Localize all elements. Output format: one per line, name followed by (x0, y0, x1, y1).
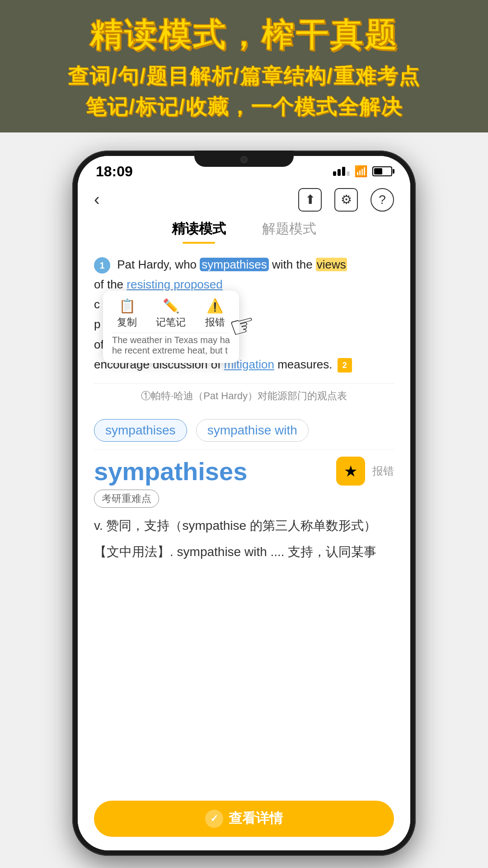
main-content: 1 Pat Hardy, who sympathises with the vi… (78, 244, 410, 793)
nav-icons: ⬆ ⚙ ? (298, 188, 394, 212)
status-icons: 📶 (333, 165, 392, 178)
top-banner: 精读模式，榨干真题 查词/句/题目解析/篇章结构/重难考点 笔记/标记/收藏，一… (0, 0, 488, 132)
settings-button[interactable]: ⚙ (334, 188, 358, 212)
translation-line: ①帕特·哈迪（Pat Hardy）对能源部门的观点表 (94, 383, 394, 403)
context-menu: 📋 复制 ✏️ 记笔记 ⚠️ 报错 (103, 291, 239, 363)
phone-device: 18:09 📶 ‹ (72, 151, 416, 856)
share-icon: ⬆ (305, 192, 315, 207)
tab-solving-mode[interactable]: 解题模式 (262, 220, 316, 244)
chip-sympathise-with[interactable]: sympathise with (196, 419, 309, 442)
note-label: 记笔记 (156, 316, 186, 329)
passage-text-1: Pat Hardy, who (117, 258, 200, 271)
view-detail-label: 查看详情 (229, 809, 283, 828)
view-detail-icon: ✓ (205, 810, 223, 828)
back-button[interactable]: ‹ (94, 190, 100, 209)
passage-text-4: c (94, 297, 100, 311)
word-usage-text: 【文中用法】. sympathise with .... 支持，认同某事 (94, 541, 394, 563)
banner-title: 精读模式，榨干真题 (18, 14, 470, 57)
bottom-bar: ✓ 查看详情 (78, 793, 410, 850)
report-label: 报错 (205, 316, 225, 329)
tabs-container: 精读模式 解题模式 (78, 216, 410, 244)
help-icon: ? (379, 193, 386, 207)
word-definition-section: sympathises ★ 报错 考研重难点 v. 赞同，支持（sympathi… (94, 449, 394, 570)
nav-bar: ‹ ⬆ ⚙ ? (78, 184, 410, 216)
phone-wrapper: 18:09 📶 ‹ (0, 132, 488, 856)
signal-icon (333, 167, 350, 176)
wifi-icon: 📶 (354, 165, 368, 178)
chip-sympathises[interactable]: sympathises (94, 419, 187, 442)
banner-subtitle1: 查词/句/题目解析/篇章结构/重难考点 (18, 61, 470, 90)
word-definition-text: v. 赞同，支持（sympathise 的第三人称单数形式） (94, 515, 394, 537)
word-tag: 考研重难点 (94, 490, 159, 508)
link-resisting[interactable]: resisting proposed (127, 278, 222, 291)
word-title: sympathises (94, 457, 247, 486)
phone-notch (194, 151, 294, 167)
highlighted-sympathises[interactable]: sympathises (200, 258, 269, 271)
yellow-views: views (316, 258, 347, 271)
banner-subtitle2: 笔记/标记/收藏，一个模式全解决 (18, 92, 470, 121)
context-copy[interactable]: 📋 复制 (117, 298, 137, 329)
note-icon: ✏️ (163, 298, 179, 314)
passage-text-11: measures. (277, 358, 332, 371)
word-actions: ★ 报错 (336, 457, 394, 486)
star-icon: ★ (344, 462, 357, 480)
word-chips: sympathises sympathise with (94, 412, 394, 449)
context-report[interactable]: ⚠️ 报错 (205, 298, 225, 329)
copy-label: 复制 (117, 316, 137, 329)
context-preview-text: The weather in Texas may ha he recent ex… (112, 333, 230, 356)
passage-text-6: p (94, 317, 100, 331)
copy-icon: 📋 (119, 298, 136, 314)
check-icon: ✓ (210, 813, 218, 825)
tab-reading-mode[interactable]: 精读模式 (172, 220, 226, 244)
battery-icon (372, 166, 392, 176)
view-detail-button[interactable]: ✓ 查看详情 (94, 801, 394, 837)
para-number-2: 2 (338, 358, 352, 373)
share-button[interactable]: ⬆ (298, 188, 322, 212)
gear-icon: ⚙ (341, 192, 352, 207)
word-title-row: sympathises ★ 报错 (94, 457, 394, 486)
passage-text-8: of (94, 338, 104, 351)
context-menu-actions: 📋 复制 ✏️ 记笔记 ⚠️ 报错 (112, 298, 230, 329)
star-button[interactable]: ★ (336, 457, 365, 486)
reading-passage: 1 Pat Hardy, who sympathises with the vi… (94, 255, 394, 374)
passage-text-2: with the (272, 258, 316, 271)
para-number-1: 1 (94, 257, 110, 274)
report-icon: ⚠️ (206, 298, 223, 314)
context-note[interactable]: ✏️ 记笔记 (156, 298, 186, 329)
phone-screen: 18:09 📶 ‹ (78, 156, 410, 850)
help-button[interactable]: ? (371, 188, 394, 212)
phone-camera (240, 156, 248, 163)
report-error-button[interactable]: 报错 (372, 464, 394, 478)
passage-text-3: of the (94, 278, 127, 291)
status-time: 18:09 (96, 163, 133, 180)
